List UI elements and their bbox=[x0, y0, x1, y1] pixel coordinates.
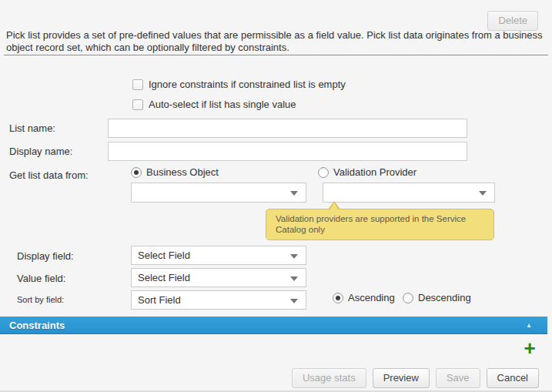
ascending-radio[interactable] bbox=[333, 293, 343, 303]
usage-stats-button[interactable]: Usage stats bbox=[292, 368, 366, 388]
auto-select-label: Auto-select if list has single value bbox=[149, 99, 296, 110]
business-object-radio-row[interactable]: Business Object bbox=[131, 166, 219, 178]
list-name-input[interactable] bbox=[108, 119, 467, 138]
tooltip-text: Validation providers are supported in th… bbox=[276, 214, 466, 234]
sort-field-dropdown[interactable]: Sort Field bbox=[131, 290, 306, 310]
pick-list-editor: Delete Pick list provides a set of pre-d… bbox=[0, 0, 552, 392]
descending-radio-row[interactable]: Descending bbox=[403, 292, 471, 303]
business-object-radio-label: Business Object bbox=[146, 166, 219, 178]
value-field-label: Value field: bbox=[17, 273, 65, 284]
descending-radio[interactable] bbox=[403, 293, 413, 303]
add-constraint-icon[interactable]: + bbox=[521, 340, 538, 357]
display-field-dropdown-value: Select Field bbox=[138, 250, 190, 261]
validation-provider-radio[interactable] bbox=[318, 167, 329, 178]
validation-provider-dropdown[interactable] bbox=[323, 183, 495, 203]
sort-field-dropdown-value: Sort Field bbox=[138, 294, 181, 306]
ignore-constraints-label: Ignore constraints if constrained list i… bbox=[149, 79, 346, 90]
display-name-label: Display name: bbox=[9, 146, 72, 157]
preview-button[interactable]: Preview bbox=[373, 368, 430, 388]
display-field-label: Display field: bbox=[17, 250, 74, 262]
description-divider bbox=[4, 55, 548, 55]
validation-provider-radio-row[interactable]: Validation Provider bbox=[318, 166, 417, 178]
ascending-radio-label: Ascending bbox=[348, 292, 395, 303]
cancel-button[interactable]: Cancel bbox=[487, 368, 539, 388]
descending-radio-label: Descending bbox=[418, 292, 471, 303]
business-object-dropdown[interactable] bbox=[131, 183, 306, 203]
footer-button-row: Usage stats Preview Save Cancel bbox=[292, 368, 539, 388]
delete-button[interactable]: Delete bbox=[487, 11, 538, 31]
ignore-constraints-checkbox[interactable] bbox=[132, 79, 143, 90]
pick-list-description: Pick list provides a set of pre-defined … bbox=[6, 29, 548, 54]
save-button[interactable]: Save bbox=[436, 368, 480, 388]
display-name-input[interactable] bbox=[108, 142, 467, 161]
auto-select-checkbox-row: Auto-select if list has single value bbox=[132, 99, 296, 110]
ignore-constraints-checkbox-row: Ignore constraints if constrained list i… bbox=[132, 79, 346, 90]
collapse-up-icon[interactable]: ▲ bbox=[526, 322, 532, 329]
list-name-label: List name: bbox=[9, 122, 55, 134]
value-field-dropdown-value: Select Field bbox=[138, 272, 190, 283]
sort-by-field-label: Sort by field: bbox=[17, 295, 64, 304]
ascending-radio-row[interactable]: Ascending bbox=[333, 292, 395, 303]
get-list-data-from-label: Get list data from: bbox=[9, 169, 89, 181]
constraints-section-title: Constraints bbox=[9, 320, 65, 331]
constraints-section-header[interactable]: Constraints ▲ bbox=[0, 317, 547, 334]
value-field-dropdown[interactable]: Select Field bbox=[131, 268, 306, 287]
validation-provider-radio-label: Validation Provider bbox=[333, 166, 417, 178]
auto-select-checkbox[interactable] bbox=[132, 99, 143, 110]
display-field-dropdown[interactable]: Select Field bbox=[131, 246, 306, 265]
business-object-radio[interactable] bbox=[131, 167, 142, 178]
validation-provider-tooltip: Validation providers are supported in th… bbox=[266, 209, 494, 240]
